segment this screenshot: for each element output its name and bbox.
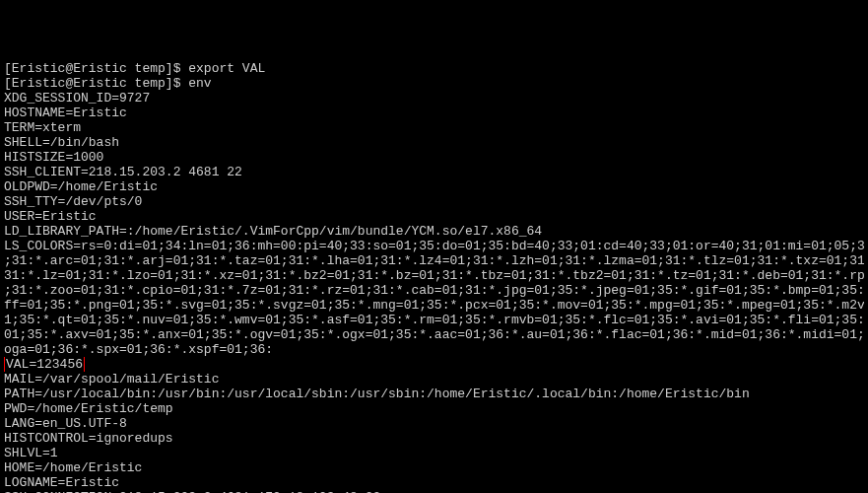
terminal-line: SHLVL=1 bbox=[4, 446, 864, 460]
terminal-line: XDG_SESSION_ID=9727 bbox=[4, 91, 864, 106]
terminal-line: 01;35:*.axv=01;35:*.anx=01;35:*.ogv=01;3… bbox=[4, 327, 864, 342]
highlighted-env-var: VAL=123456 bbox=[4, 357, 85, 372]
terminal-line: 1;35:*.qt=01;35:*.nuv=01;35:*.wmv=01;35:… bbox=[4, 313, 864, 327]
terminal-line: USER=Eristic bbox=[4, 209, 864, 224]
terminal-line: [Eristic@Eristic temp]$ export VAL bbox=[4, 61, 864, 76]
terminal-line: LD_LIBRARY_PATH=:/home/Eristic/.VimForCp… bbox=[4, 224, 864, 239]
terminal-line: MAIL=/var/spool/mail/Eristic bbox=[4, 372, 864, 387]
terminal-line: ff=01;35:*.png=01;35:*.svg=01;35:*.svgz=… bbox=[4, 298, 864, 313]
terminal-line: HISTCONTROL=ignoredups bbox=[4, 431, 864, 446]
terminal-line: ;31:*.arc=01;31:*.arj=01;31:*.taz=01;31:… bbox=[4, 253, 864, 268]
terminal-output[interactable]: [Eristic@Eristic temp]$ export VAL[Erist… bbox=[0, 59, 868, 493]
terminal-line: SSH_CLIENT=218.15.203.2 4681 22 bbox=[4, 165, 864, 179]
terminal-line: 31:*.lz=01;31:*.lzo=01;31:*.xz=01;31:*.b… bbox=[4, 268, 864, 283]
terminal-line: LOGNAME=Eristic bbox=[4, 475, 864, 490]
terminal-line: oga=01;36:*.spx=01;36:*.xspf=01;36: bbox=[4, 342, 864, 357]
terminal-line: SHELL=/bin/bash bbox=[4, 135, 864, 150]
terminal-line: PATH=/usr/local/bin:/usr/bin:/usr/local/… bbox=[4, 387, 864, 401]
terminal-line: TERM=xterm bbox=[4, 120, 864, 135]
terminal-line: PWD=/home/Eristic/temp bbox=[4, 401, 864, 416]
terminal-line: LANG=en_US.UTF-8 bbox=[4, 416, 864, 431]
terminal-line: ;31:*.zoo=01;31:*.cpio=01;31:*.7z=01;31:… bbox=[4, 283, 864, 298]
terminal-line: VAL=123456 bbox=[4, 357, 864, 372]
terminal-line: HOSTNAME=Eristic bbox=[4, 106, 864, 120]
terminal-line: HOME=/home/Eristic bbox=[4, 460, 864, 475]
terminal-line: OLDPWD=/home/Eristic bbox=[4, 179, 864, 194]
terminal-line: HISTSIZE=1000 bbox=[4, 150, 864, 165]
terminal-line: [Eristic@Eristic temp]$ env bbox=[4, 76, 864, 91]
terminal-line: LS_COLORS=rs=0:di=01;34:ln=01;36:mh=00:p… bbox=[4, 239, 864, 253]
terminal-line: SSH_TTY=/dev/pts/0 bbox=[4, 194, 864, 209]
